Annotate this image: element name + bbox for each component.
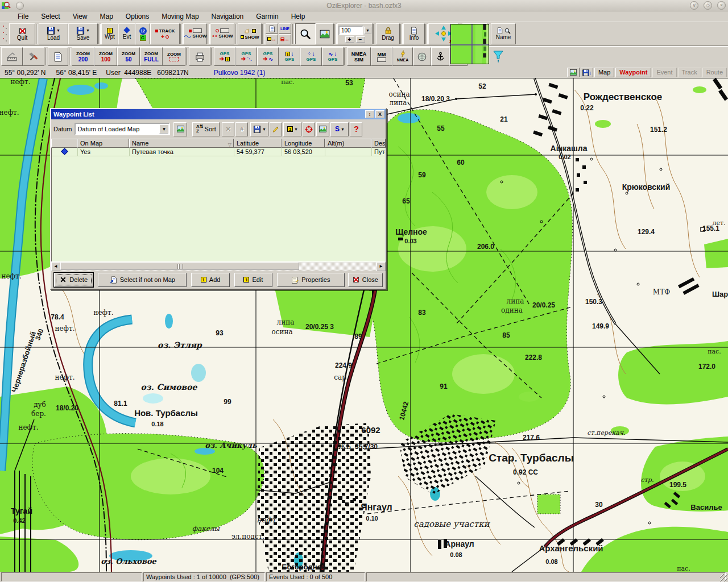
- delete-button[interactable]: Delete: [54, 273, 93, 287]
- gps-get-waypoints-button[interactable]: 1↓GPS: [279, 47, 300, 66]
- zoom-full-button[interactable]: ZOOMFULL: [140, 47, 163, 66]
- menu-options[interactable]: Options: [119, 13, 155, 20]
- menu-view[interactable]: View: [67, 13, 94, 20]
- resize-grip[interactable]: [720, 574, 727, 581]
- waypoint-list-button[interactable]: [266, 23, 278, 34]
- waypoint-range-button[interactable]: ↔: [266, 34, 278, 44]
- zoom-value-box[interactable]: 100: [338, 26, 363, 35]
- toolbar-grip[interactable]: [2, 24, 9, 44]
- sort-button[interactable]: A⇅ZSort: [192, 122, 220, 136]
- map-image-button[interactable]: [567, 68, 580, 77]
- map-view-button[interactable]: [173, 122, 187, 136]
- menu-garmin[interactable]: Garmin: [250, 13, 284, 20]
- dialog-titlebar[interactable]: Waypoint List ↕ X: [51, 109, 386, 119]
- moving-map-button[interactable]: MM: [371, 47, 392, 66]
- edit-button[interactable]: 1Edit: [234, 273, 272, 287]
- number-comment-button[interactable]: 12C: [135, 23, 150, 44]
- waypoint-row[interactable]: Yes Путевая точка 54 59,377 56 03,520 Пу…: [52, 148, 385, 156]
- column-onmap[interactable]: On Map: [77, 139, 129, 148]
- zoom-dropdown-arrow[interactable]: ▼: [364, 27, 371, 34]
- map-images-button[interactable]: [316, 23, 334, 44]
- save-button[interactable]: ▼Save: [68, 23, 98, 44]
- ruler-range-button[interactable]: ⊟↔: [279, 34, 291, 44]
- help-button[interactable]: ?: [350, 122, 362, 136]
- quit-button[interactable]: Quit: [9, 23, 35, 44]
- column-alt[interactable]: Alt(m): [325, 139, 371, 148]
- menu-select[interactable]: Select: [35, 13, 66, 20]
- wp-options-button[interactable]: 1▼: [283, 122, 301, 136]
- gps-get-track-button[interactable]: ∿↓GPS: [322, 47, 344, 66]
- name-search-button[interactable]: Name: [491, 23, 516, 44]
- zoom-100-button[interactable]: ZOOM100: [94, 47, 117, 66]
- gps-send-waypoints-button[interactable]: GPS➔1: [214, 47, 235, 66]
- datum-combo[interactable]: Datum of Loaded Map ▼: [75, 123, 170, 135]
- window-titlebar[interactable]: OziExplorer - bash.ozfx3 ∨ ◇ ×: [0, 0, 728, 11]
- compass-button[interactable]: [413, 47, 431, 66]
- print-button[interactable]: [189, 47, 210, 66]
- close-dialog-button[interactable]: Close: [348, 273, 383, 287]
- nmea-simulator-button[interactable]: NMEA SIM: [347, 47, 371, 66]
- track-controls[interactable]: TRACK+: [150, 23, 180, 44]
- menu-moving-map[interactable]: Moving Map: [155, 13, 205, 20]
- line-tool-button[interactable]: LINE: [279, 23, 291, 34]
- zoom-area-button[interactable]: ZOOM: [163, 47, 185, 66]
- column-description[interactable]: Description: [371, 139, 386, 148]
- edit-pen-button[interactable]: [270, 122, 282, 136]
- menu-navigation[interactable]: Navigation: [205, 13, 250, 20]
- tools-button[interactable]: [23, 47, 44, 66]
- scroll-right-arrow[interactable]: ►: [377, 262, 386, 271]
- column-latitude[interactable]: Latitude: [234, 139, 282, 148]
- show-event-button[interactable]: ∘∘SHOW: [210, 23, 234, 44]
- measure-button[interactable]: [1, 47, 23, 66]
- add-button[interactable]: 1Add: [191, 273, 229, 287]
- magnifier-button[interactable]: [295, 23, 316, 44]
- scrollbar-track[interactable]: [60, 262, 377, 271]
- goto-target-button[interactable]: [303, 122, 315, 136]
- quick-save-button[interactable]: ↓: [581, 68, 593, 77]
- select-if-not-on-map-button[interactable]: Select if not on Map: [98, 273, 187, 287]
- show-track-button[interactable]: SHOW: [183, 23, 207, 44]
- symbol-button[interactable]: S▼: [330, 122, 349, 136]
- waypoint-mode-button[interactable]: 1Wpt: [101, 23, 118, 44]
- column-name[interactable]: Name▽: [129, 139, 234, 148]
- tab-track[interactable]: Track: [678, 68, 701, 77]
- zoom-in-button[interactable]: +: [345, 36, 354, 43]
- waypoint-list[interactable]: Yes Путевая точка 54 59,377 56 03,520 Пу…: [51, 148, 386, 261]
- map-overview-thumbnail[interactable]: [450, 24, 489, 64]
- event-mode-button[interactable]: Evt: [118, 23, 135, 44]
- tab-waypoint[interactable]: Waypoint: [615, 68, 651, 77]
- show-on-map-button[interactable]: [316, 122, 329, 136]
- save-wp-button[interactable]: ▼: [250, 122, 268, 136]
- column-longitude[interactable]: Longitude: [282, 139, 325, 148]
- maximize-button[interactable]: ◇: [704, 1, 712, 10]
- dialog-close-button[interactable]: X: [375, 110, 384, 118]
- zoom-200-button[interactable]: ZOOM200: [72, 47, 94, 66]
- tab-map[interactable]: Map: [594, 68, 614, 77]
- zoom-out-button[interactable]: −: [356, 36, 365, 43]
- filter-funnel-icon[interactable]: [493, 50, 504, 63]
- datum-dropdown-arrow[interactable]: ▼: [159, 124, 168, 134]
- anchor-button[interactable]: [431, 47, 449, 66]
- scroll-left-arrow[interactable]: ◄: [51, 262, 60, 271]
- nmea-button[interactable]: NMEA: [392, 47, 413, 66]
- load-button[interactable]: ▼Load: [39, 23, 68, 44]
- copy-image-button[interactable]: [48, 47, 68, 66]
- menu-map[interactable]: Map: [94, 13, 119, 20]
- show-route-button[interactable]: SHOW: [238, 23, 262, 44]
- scrollbar-thumb[interactable]: [60, 262, 299, 270]
- menu-help[interactable]: Help: [285, 13, 312, 20]
- close-button[interactable]: ×: [717, 1, 726, 10]
- tab-event[interactable]: Event: [652, 68, 676, 77]
- zoom-50-button[interactable]: ZOOM50: [117, 47, 140, 66]
- horizontal-scrollbar[interactable]: ◄ ►: [51, 261, 386, 271]
- menu-file[interactable]: File: [11, 13, 35, 20]
- gps-send-events-button[interactable]: GPS➔⋱: [235, 47, 257, 66]
- dialog-rollup-button[interactable]: ↕: [365, 110, 374, 118]
- column-icon[interactable]: [51, 139, 77, 148]
- properties-button[interactable]: Properties: [277, 273, 345, 287]
- gps-send-track-button[interactable]: GPS➔∿: [257, 47, 279, 66]
- minimize-button[interactable]: ∨: [690, 1, 698, 10]
- drag-button[interactable]: Drag: [376, 23, 400, 44]
- tab-route[interactable]: Route: [702, 68, 727, 77]
- info-button[interactable]: Info: [403, 23, 425, 44]
